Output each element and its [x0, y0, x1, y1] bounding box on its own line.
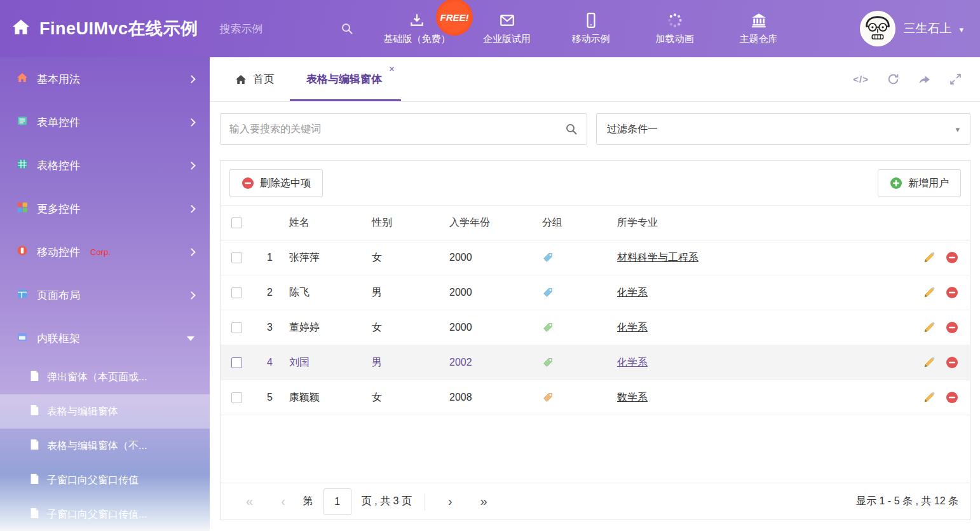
- delete-row-icon[interactable]: [946, 321, 958, 334]
- last-page-icon[interactable]: »: [466, 494, 501, 509]
- brand-home-icon[interactable]: [11, 18, 31, 39]
- edit-pencil-icon[interactable]: [923, 251, 936, 264]
- column-header-major: 所学专业: [611, 216, 901, 230]
- nav-item-mobile-demo[interactable]: 移动示例: [564, 12, 618, 45]
- table-row: 2 陈飞 男 2000 化学系: [221, 275, 970, 310]
- row-checkbox[interactable]: [231, 322, 242, 333]
- grid-toolbar: 删除选中项 新增用户: [221, 161, 970, 205]
- delete-row-icon[interactable]: [946, 391, 958, 404]
- tab-grid-edit-window[interactable]: 表格与编辑窗体 ×: [290, 57, 401, 101]
- table-row-selected: 4 刘国 男 2002 化学系: [221, 345, 970, 380]
- free-badge: FREE!: [436, 0, 473, 36]
- tab-home[interactable]: 首页: [220, 57, 290, 101]
- file-icon: [29, 404, 39, 418]
- page-label-prefix: 第: [299, 495, 317, 508]
- select-all-checkbox[interactable]: [231, 217, 242, 228]
- search-icon[interactable]: [565, 123, 578, 135]
- delete-row-icon[interactable]: [946, 356, 958, 369]
- table-row: 1 张萍萍 女 2000 材料科学与工程系: [221, 240, 970, 275]
- nav-item-theme-store[interactable]: 主题仓库: [732, 12, 786, 45]
- keyword-search-box: [220, 113, 587, 145]
- share-icon[interactable]: [918, 72, 931, 86]
- edit-pencil-icon[interactable]: [923, 321, 936, 334]
- column-header-year: 入学年份: [443, 216, 536, 230]
- sidebar-item-grid-controls[interactable]: 表格控件: [0, 144, 210, 187]
- sidebar-subitem-grid-edit-window[interactable]: 表格与编辑窗体: [0, 394, 210, 429]
- edit-pencil-icon[interactable]: [923, 391, 936, 404]
- next-page-icon[interactable]: ›: [434, 494, 466, 509]
- caret-down-icon: ▾: [955, 125, 960, 134]
- sidebar-item-basic-usage[interactable]: 基本用法: [0, 57, 210, 100]
- delete-selected-button[interactable]: 删除选中项: [229, 169, 323, 197]
- keyword-search-input[interactable]: [229, 123, 559, 135]
- filter-dropdown-value: 过滤条件一: [607, 123, 658, 136]
- expand-icon[interactable]: [949, 72, 962, 86]
- form-icon: [17, 115, 28, 130]
- table-icon: [17, 158, 28, 173]
- table-header-row: 姓名 性别 入学年份 分组 所学专业: [221, 205, 970, 240]
- refresh-icon[interactable]: [887, 72, 900, 86]
- user-name: 三生石上: [903, 20, 951, 37]
- sidebar-item-more-controls[interactable]: 更多控件: [0, 187, 210, 230]
- delete-row-icon[interactable]: [946, 286, 958, 299]
- first-page-icon[interactable]: «: [232, 494, 267, 509]
- user-avatar[interactable]: [860, 11, 895, 46]
- chevron-right-icon: [187, 205, 196, 213]
- cell-name: 董婷婷: [283, 321, 365, 334]
- cell-gender: 女: [365, 321, 443, 334]
- mobile-icon: [583, 12, 599, 29]
- header-search-icon[interactable]: [341, 22, 353, 35]
- header-search[interactable]: 搜索示例: [220, 22, 353, 36]
- spinner-icon: [667, 12, 683, 29]
- cell-year: 2002: [443, 357, 536, 368]
- table-row: 3 董婷婷 女 2000 化学系: [221, 310, 970, 345]
- cell-gender: 女: [365, 251, 443, 265]
- source-code-icon[interactable]: </>: [853, 74, 869, 85]
- home-icon: [17, 72, 28, 86]
- user-menu[interactable]: 三生石上 ▾: [860, 11, 980, 46]
- sidebar-item-mobile-controls[interactable]: 移动控件 Corp.: [0, 230, 210, 273]
- major-link[interactable]: 化学系: [617, 357, 648, 368]
- sidebar: 基本用法 表单控件 表格控件 更多控件 移动控件 Corp.: [0, 57, 210, 531]
- major-link[interactable]: 材料科学与工程系: [617, 252, 698, 263]
- sidebar-item-page-layout[interactable]: 页面布局: [0, 273, 210, 317]
- major-link[interactable]: 数学系: [617, 392, 648, 403]
- add-user-button[interactable]: 新增用户: [878, 169, 961, 197]
- delete-row-icon[interactable]: [946, 251, 958, 264]
- edit-pencil-icon[interactable]: [923, 286, 936, 299]
- sidebar-subitem-grid-edit-window-2[interactable]: 表格与编辑窗体（不...: [0, 429, 210, 463]
- components-icon: [17, 202, 28, 216]
- sidebar-item-form-controls[interactable]: 表单控件: [0, 100, 210, 144]
- major-link[interactable]: 化学系: [617, 322, 648, 333]
- app-root: FineUIMvc在线示例 搜索示例 FREE! 基础版（免费） 企业版试用: [0, 0, 980, 531]
- row-checkbox[interactable]: [231, 357, 242, 368]
- sidebar-subitem-child-to-parent-2[interactable]: 子窗口向父窗口传值...: [0, 497, 210, 531]
- layout: 基本用法 表单控件 表格控件 更多控件 移动控件 Corp.: [0, 57, 980, 531]
- cell-gender: 女: [365, 391, 443, 404]
- tag-icon: [542, 252, 554, 263]
- chevron-right-icon: [187, 75, 196, 83]
- row-checkbox[interactable]: [231, 392, 242, 403]
- row-checkbox[interactable]: [231, 252, 242, 263]
- column-header-gender: 性别: [365, 216, 443, 230]
- row-number: 4: [252, 357, 283, 368]
- filter-dropdown[interactable]: 过滤条件一 ▾: [596, 113, 970, 145]
- plus-circle-icon: [890, 177, 902, 190]
- column-header-group: 分组: [536, 216, 611, 230]
- prev-page-icon[interactable]: ‹: [267, 494, 299, 509]
- edit-pencil-icon[interactable]: [923, 356, 936, 369]
- filter-row: 过滤条件一 ▾: [220, 113, 970, 145]
- sidebar-subitem-child-to-parent[interactable]: 子窗口向父窗口传值: [0, 463, 210, 497]
- nav-item-loading-animation[interactable]: 加载动画: [648, 12, 702, 45]
- sidebar-item-iframe[interactable]: 内联框架: [0, 317, 210, 360]
- sidebar-subitem-popup-window[interactable]: 弹出窗体（本页面或...: [0, 360, 210, 394]
- row-checkbox[interactable]: [231, 287, 242, 298]
- cell-year: 2008: [443, 392, 536, 403]
- page-number-input[interactable]: [323, 488, 351, 515]
- brand[interactable]: FineUIMvc在线示例: [0, 17, 198, 40]
- tag-icon: [542, 287, 554, 298]
- file-icon: [29, 473, 39, 487]
- nav-item-enterprise-trial[interactable]: 企业版试用: [480, 12, 534, 45]
- major-link[interactable]: 化学系: [617, 287, 648, 298]
- close-icon[interactable]: ×: [389, 64, 395, 75]
